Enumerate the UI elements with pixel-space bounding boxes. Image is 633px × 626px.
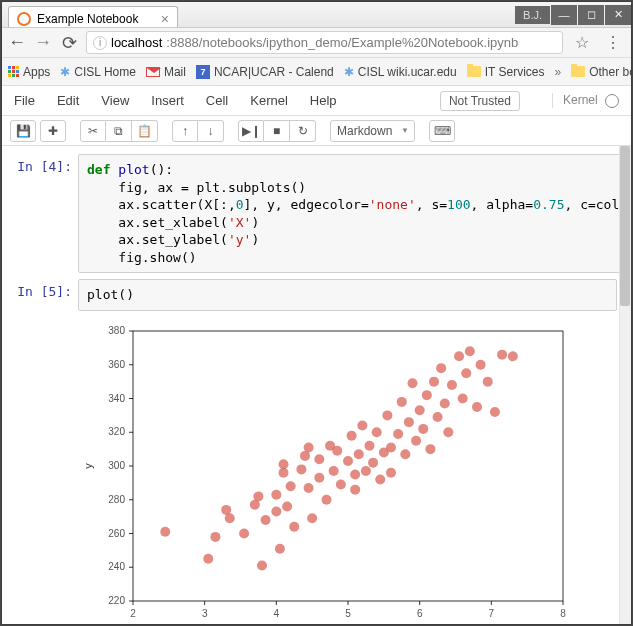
apps-button[interactable]: Apps (8, 65, 50, 79)
add-cell-button[interactable]: ✚ (40, 120, 66, 142)
svg-point-94 (454, 351, 464, 361)
svg-point-85 (418, 424, 428, 434)
url-host: localhost (111, 35, 162, 50)
menu-help[interactable]: Help (310, 93, 337, 108)
svg-point-38 (239, 528, 249, 538)
celltype-select[interactable]: Markdown (330, 120, 415, 142)
bookmark-star-icon[interactable]: ☆ (571, 33, 593, 52)
stop-button[interactable]: ■ (264, 120, 290, 142)
svg-text:360: 360 (108, 359, 125, 370)
site-info-icon[interactable]: i (93, 36, 107, 50)
bookmark-mail[interactable]: Mail (146, 65, 186, 79)
menu-file[interactable]: File (14, 93, 35, 108)
run-button[interactable]: ▶❙ (238, 120, 264, 142)
code-cell[interactable]: In [4]: def plot(): fig, ax = plt.subplo… (6, 154, 617, 273)
svg-point-62 (336, 479, 346, 489)
restart-button[interactable]: ↻ (290, 120, 316, 142)
cell-prompt (6, 317, 78, 624)
svg-point-42 (261, 515, 271, 525)
scatter-chart: 2345678220240260280300320340360380Xy (78, 321, 578, 624)
svg-point-75 (382, 410, 392, 420)
bookmark-overflow[interactable]: » (555, 65, 562, 79)
cut-button[interactable]: ✂ (80, 120, 106, 142)
folder-icon (467, 66, 481, 77)
svg-text:6: 6 (417, 608, 423, 619)
scrollbar-thumb[interactable] (620, 146, 630, 306)
svg-point-98 (472, 402, 482, 412)
copy-button[interactable]: ⧉ (106, 120, 132, 142)
svg-point-37 (225, 513, 235, 523)
svg-point-90 (436, 363, 446, 373)
reload-button[interactable]: ⟳ (60, 32, 78, 54)
notebook-menubar: File Edit View Insert Cell Kernel Help N… (2, 86, 631, 116)
menu-kernel[interactable]: Kernel (250, 93, 288, 108)
svg-text:3: 3 (202, 608, 208, 619)
menu-insert[interactable]: Insert (151, 93, 184, 108)
bookmark-label: CISL Home (74, 65, 136, 79)
move-up-button[interactable]: ↑ (172, 120, 198, 142)
svg-text:300: 300 (108, 460, 125, 471)
move-down-button[interactable]: ↓ (198, 120, 224, 142)
svg-point-48 (282, 501, 292, 511)
svg-point-95 (458, 393, 468, 403)
browser-tab[interactable]: Example Notebook × (8, 6, 178, 27)
svg-text:8: 8 (560, 608, 566, 619)
svg-point-82 (408, 378, 418, 388)
gmail-icon (146, 67, 160, 77)
svg-text:260: 260 (108, 527, 125, 538)
svg-point-69 (361, 466, 371, 476)
command-palette-button[interactable]: ⌨ (429, 120, 455, 142)
save-button[interactable]: 💾 (10, 120, 36, 142)
svg-point-60 (329, 466, 339, 476)
bookmark-label: IT Services (485, 65, 545, 79)
svg-point-50 (289, 522, 299, 532)
cell-input[interactable]: plot() (78, 279, 617, 311)
menu-edit[interactable]: Edit (57, 93, 79, 108)
svg-point-64 (347, 430, 357, 440)
forward-button[interactable]: → (34, 32, 52, 53)
url-input[interactable]: i localhost:8888/notebooks/ipython_demo/… (86, 31, 563, 54)
bookmark-ncar-ucar[interactable]: 7NCAR|UCAR - Calend (196, 65, 334, 79)
svg-point-35 (210, 532, 220, 542)
notebook-toolbar: 💾 ✚ ✂ ⧉ 📋 ↑ ↓ ▶❙ ■ ↻ Markdown ⌨ (2, 116, 631, 146)
svg-point-100 (483, 376, 493, 386)
svg-point-96 (461, 368, 471, 378)
svg-point-40 (253, 491, 263, 501)
menu-view[interactable]: View (101, 93, 129, 108)
svg-point-76 (386, 442, 396, 452)
svg-point-58 (322, 495, 332, 505)
trusted-badge[interactable]: Not Trusted (440, 91, 520, 111)
back-button[interactable]: ← (8, 32, 26, 53)
svg-text:380: 380 (108, 325, 125, 336)
menu-cell[interactable]: Cell (206, 93, 228, 108)
window-minimize-button[interactable]: — (551, 5, 577, 25)
bookmark-label: Mail (164, 65, 186, 79)
svg-text:5: 5 (345, 608, 351, 619)
tab-close-icon[interactable]: × (161, 11, 169, 27)
window-maximize-button[interactable]: ◻ (578, 5, 604, 25)
bookmark-cisl-wiki[interactable]: ✱CISL wiki.ucar.edu (344, 65, 457, 79)
scrollbar-track[interactable] (619, 146, 631, 624)
svg-point-65 (350, 469, 360, 479)
bookmark-label: CISL wiki.ucar.edu (358, 65, 457, 79)
code-cell[interactable]: In [5]: plot() (6, 279, 617, 311)
window-close-button[interactable]: ✕ (605, 5, 631, 25)
svg-point-91 (440, 398, 450, 408)
other-bookmarks[interactable]: Other bookmarks (571, 65, 633, 79)
svg-text:y: y (82, 463, 94, 469)
notebook-cells-area[interactable]: In [4]: def plot(): fig, ax = plt.subplo… (2, 146, 631, 624)
cell-output: 2345678220240260280300320340360380Xy (78, 317, 617, 624)
bookmark-cisl-home[interactable]: ✱CISL Home (60, 65, 136, 79)
cell-input[interactable]: def plot(): fig, ax = plt.subplots() ax.… (78, 154, 631, 273)
svg-point-33 (160, 527, 170, 537)
paste-button[interactable]: 📋 (132, 120, 158, 142)
bookmark-it-services[interactable]: IT Services (467, 65, 545, 79)
kernel-label: Kernel (552, 93, 619, 108)
cell-prompt: In [5]: (6, 279, 78, 311)
svg-point-55 (307, 513, 317, 523)
svg-point-103 (508, 351, 518, 361)
browser-menu-icon[interactable]: ⋮ (601, 33, 625, 52)
svg-point-51 (296, 464, 306, 474)
cell-prompt: In [4]: (6, 154, 78, 273)
svg-point-92 (443, 427, 453, 437)
